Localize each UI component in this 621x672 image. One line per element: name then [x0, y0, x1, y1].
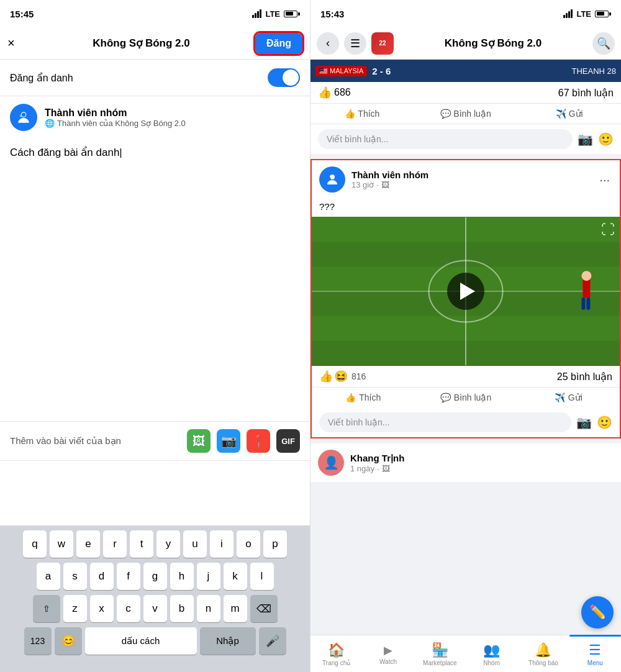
featured-reactions-row: 👍 😆 816 25 bình luận [312, 366, 620, 387]
key-g[interactable]: g [143, 563, 167, 590]
keyboard-row-3: ⇧ z x c v b n m ⌫ [2, 595, 307, 622]
add-location-button[interactable]: 📍 [247, 429, 270, 453]
add-camera-button[interactable]: 📷 [217, 429, 240, 453]
featured-more-button[interactable]: ··· [597, 170, 612, 189]
nav-home-label: Trang chủ [322, 660, 350, 666]
top-like-button[interactable]: 👍 Thích [310, 104, 414, 124]
key-t[interactable]: t [130, 530, 153, 558]
video-play-button[interactable] [447, 273, 484, 310]
key-p[interactable]: p [263, 530, 287, 558]
top-comment-icons: 📷 🙂 [578, 132, 614, 147]
key-k[interactable]: k [224, 563, 247, 590]
nav-menu[interactable]: ☰ Menu [569, 638, 621, 666]
top-share-button[interactable]: ✈️ Gửi [517, 104, 621, 124]
key-a[interactable]: a [37, 563, 60, 590]
left-battery-icon [284, 11, 300, 17]
key-z[interactable]: z [63, 595, 87, 622]
key-shift[interactable]: ⇧ [33, 595, 60, 622]
menu-button[interactable]: ☰ [344, 32, 366, 55]
top-like-count: 👍 686 [318, 86, 351, 99]
key-e[interactable]: e [76, 530, 100, 558]
group-icon: 22 [371, 32, 394, 55]
key-j[interactable]: j [197, 563, 220, 590]
left-lte: LTE [265, 9, 280, 19]
featured-share-label: Gửi [568, 393, 582, 402]
nav-watch[interactable]: ▶ Watch [362, 640, 414, 665]
nav-groups[interactable]: 👥 Nhóm [466, 638, 517, 666]
fab-compose-button[interactable]: ✏️ [581, 596, 614, 629]
add-to-post-label: Thêm vào bài viết của bạn [10, 435, 121, 447]
key-x[interactable]: x [90, 595, 114, 622]
key-q[interactable]: q [23, 530, 47, 558]
key-delete[interactable]: ⌫ [250, 595, 278, 622]
key-space[interactable]: dấu cách [85, 627, 197, 655]
featured-react-count: 816 [351, 371, 366, 381]
key-l[interactable]: l [250, 563, 274, 590]
close-button[interactable]: × [7, 36, 27, 50]
add-photo-button[interactable]: 🖼 [187, 429, 211, 453]
share-btn-label: Gửi [569, 109, 583, 119]
anon-toggle[interactable] [268, 68, 300, 87]
left-header: × Không Sợ Bóng 2.0 Đăng [0, 27, 310, 60]
nav-notifications-label: Thông báo [528, 660, 558, 666]
featured-emoji-icon[interactable]: 🙂 [597, 415, 612, 430]
key-numbers[interactable]: 123 [24, 627, 52, 655]
expand-icon[interactable]: ⛶ [601, 222, 615, 238]
key-i[interactable]: i [210, 530, 233, 558]
like-icon: 👍 [318, 86, 332, 99]
camera-icon[interactable]: 📷 [578, 132, 593, 147]
emoji-icon[interactable]: 🙂 [598, 132, 614, 147]
like-btn-icon: 👍 [345, 109, 355, 119]
bottom-nav: 🏠 Trang chủ ▶ Watch 🏪 Marketplace 👥 Nhóm… [310, 635, 621, 672]
key-v[interactable]: v [143, 595, 167, 622]
key-r[interactable]: r [103, 530, 127, 558]
add-icons-row: 🖼 📷 📍 GIF [187, 429, 300, 453]
search-button[interactable]: 🔍 [592, 32, 615, 55]
featured-like-icon: 👍 [345, 393, 356, 402]
key-h[interactable]: h [170, 563, 194, 590]
key-y[interactable]: y [156, 530, 180, 558]
featured-comment-input[interactable]: Viết bình luận... [319, 412, 571, 432]
featured-video-thumb[interactable]: ⛶ [312, 217, 620, 366]
key-w[interactable]: w [50, 530, 73, 558]
photo-icon: 🖼 [381, 180, 389, 189]
add-gif-button[interactable]: GIF [276, 429, 300, 453]
comment-btn-icon: 💬 [440, 109, 451, 119]
left-header-title: Không Sợ Bóng 2.0 [27, 37, 255, 50]
key-b[interactable]: b [170, 595, 194, 622]
nav-marketplace[interactable]: 🏪 Marketplace [414, 638, 466, 666]
anon-toggle-row: Đăng ẩn danh [0, 60, 310, 96]
post-text-area[interactable]: Cách đăng bài ẩn danh| [0, 138, 310, 176]
next-author-avatar: 👤 [318, 450, 344, 476]
post-button[interactable]: Đăng [255, 33, 302, 54]
featured-like-label: Thích [359, 393, 381, 402]
featured-camera-icon[interactable]: 📷 [576, 415, 592, 430]
key-m[interactable]: m [224, 595, 247, 622]
key-n[interactable]: n [197, 595, 220, 622]
key-d[interactable]: d [90, 563, 114, 590]
top-comments-count: 67 bình luận [558, 87, 614, 99]
keyboard: q w e r t y u i o p a s d f g h j k l ⇧ … [0, 525, 310, 672]
key-u[interactable]: u [183, 530, 207, 558]
user-info: Thành viên nhóm 🌐 Thành viên của Không S… [45, 107, 186, 128]
featured-like-button[interactable]: 👍 Thích [312, 388, 414, 407]
featured-post-card: Thành viên nhóm 13 giờ · 🖼 ··· ??? [310, 159, 621, 438]
key-return[interactable]: Nhập [200, 627, 256, 655]
user-name: Thành viên nhóm [45, 107, 186, 119]
key-c[interactable]: c [117, 595, 140, 622]
key-mic[interactable]: 🎤 [259, 627, 286, 655]
key-f[interactable]: f [117, 563, 140, 590]
nav-home[interactable]: 🏠 Trang chủ [310, 638, 362, 666]
nav-notifications[interactable]: 🔔 Thông báo [517, 638, 569, 666]
top-comment-input[interactable]: Viết bình luận... [318, 129, 573, 149]
key-o[interactable]: o [237, 530, 260, 558]
featured-share-icon: ✈️ [555, 393, 565, 402]
back-button[interactable]: ‹ [317, 32, 339, 55]
top-comment-button[interactable]: 💬 Bình luận [414, 104, 518, 124]
key-s[interactable]: s [63, 563, 87, 590]
featured-post-time: 13 giờ · 🖼 [351, 180, 591, 189]
featured-share-button[interactable]: ✈️ Gửi [517, 388, 620, 407]
key-emoji[interactable]: 😊 [55, 627, 82, 655]
right-panel: 15:43 LTE ‹ ☰ 22 Không Sợ Bóng 2.0 🔍 [310, 0, 621, 672]
featured-comment-button[interactable]: 💬 Bình luận [414, 388, 517, 407]
